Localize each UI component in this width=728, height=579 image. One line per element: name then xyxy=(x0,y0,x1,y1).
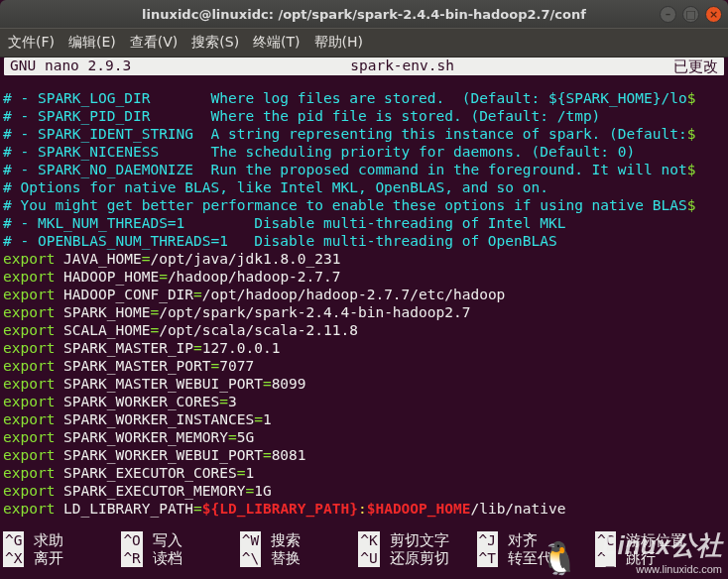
shortcut-item: ^\替换 xyxy=(240,549,358,567)
shortcut-key: ^O xyxy=(121,531,142,549)
shortcut-label: 离开 xyxy=(34,549,63,567)
editor-content[interactable]: # - SPARK_LOG_DIR Where log files are st… xyxy=(0,89,728,518)
maximize-button[interactable]: □ xyxy=(682,6,699,23)
tux-icon: 🐧 xyxy=(540,539,579,577)
shortcut-key: ^K xyxy=(358,531,379,549)
shortcut-label: 对齐 xyxy=(508,531,538,549)
shortcut-key: ^C xyxy=(595,531,616,549)
nano-version: GNU nano 2.9.3 xyxy=(4,58,131,75)
shortcut-key: ^\ xyxy=(240,549,261,567)
shortcut-item: ^K剪切文字 xyxy=(358,531,476,549)
code-line: export JAVA_HOME=/opt/java/jdk1.8.0_231 xyxy=(3,250,725,268)
code-line: export SPARK_MASTER_WEBUI_PORT=8099 xyxy=(3,375,725,393)
code-line: export SPARK_WORKER_INSTANCES=1 xyxy=(3,410,725,428)
code-line: export SPARK_WORKER_WEBUI_PORT=8081 xyxy=(3,446,725,464)
menu-help[interactable]: 帮助(H) xyxy=(314,34,363,52)
code-line: export SPARK_EXECUTOR_MEMORY=1G xyxy=(3,482,725,500)
window-titlebar: linuxidc@linuxidc: /opt/spark/spark-2.4.… xyxy=(0,0,728,28)
code-line: export SPARK_WORKER_CORES=3 xyxy=(3,393,725,410)
shortcut-label: 求助 xyxy=(34,531,63,549)
window-title: linuxidc@linuxidc: /opt/spark/spark-2.4.… xyxy=(142,7,586,22)
shortcut-label: 搜索 xyxy=(271,531,301,549)
shortcut-key: ^U xyxy=(358,549,379,567)
code-line: export HADOOP_CONF_DIR=/opt/hadoop/hadoo… xyxy=(3,286,725,303)
shortcut-item: ^X离开 xyxy=(3,549,121,567)
code-line: export SPARK_EXECUTOR_CORES=1 xyxy=(3,464,725,482)
nano-header: GNU nano 2.9.3 spark-env.sh 已更改 xyxy=(4,58,724,75)
shortcut-label: 游标位置 xyxy=(626,531,685,549)
shortcut-key: ^R xyxy=(121,549,142,567)
nano-shortcuts: ^G求助^O写入^W搜索^K剪切文字^J对齐^C游标位置^X离开^R读档^\替换… xyxy=(0,527,728,567)
code-line: # You might get better performance to en… xyxy=(3,196,725,214)
code-line: # - SPARK_NICENESS The scheduling priori… xyxy=(3,143,725,161)
shortcut-item: ^G求助 xyxy=(3,531,121,549)
menu-search[interactable]: 搜索(S) xyxy=(191,34,239,52)
shortcut-key: ^X xyxy=(3,549,24,567)
nano-filename: spark-env.sh xyxy=(131,58,673,75)
shortcut-label: 写入 xyxy=(153,531,182,549)
close-button[interactable]: × xyxy=(705,6,722,23)
shortcut-key: ^W xyxy=(240,531,261,549)
code-line: # - SPARK_LOG_DIR Where log files are st… xyxy=(3,89,725,107)
menu-edit[interactable]: 编辑(E) xyxy=(68,34,116,52)
code-line: # Options for native BLAS, like Intel MK… xyxy=(3,178,725,196)
shortcut-key: ^_ xyxy=(595,549,616,567)
menu-view[interactable]: 查看(V) xyxy=(130,34,179,52)
minimize-button[interactable]: – xyxy=(660,6,676,23)
shortcut-label: 替换 xyxy=(271,549,301,567)
shortcut-item: ^C游标位置 xyxy=(595,531,713,549)
shortcut-item: ^W搜索 xyxy=(240,531,358,549)
shortcut-key: ^T xyxy=(477,549,498,567)
code-line: # - MKL_NUM_THREADS=1 Disable multi-thre… xyxy=(3,214,725,232)
shortcut-item: ^_跳行 xyxy=(595,549,713,567)
code-line: export SPARK_HOME=/opt/spark/spark-2.4.4… xyxy=(3,303,725,321)
shortcut-item: ^U还原剪切 xyxy=(358,549,476,567)
code-line: # - OPENBLAS_NUM_THREADS=1 Disable multi… xyxy=(3,232,725,250)
shortcut-label: 读档 xyxy=(153,549,182,567)
code-line: # - SPARK_PID_DIR Where the pid file is … xyxy=(3,107,725,125)
code-line: export SPARK_MASTER_PORT=7077 xyxy=(3,357,725,375)
menu-terminal[interactable]: 终端(T) xyxy=(253,34,300,52)
shortcut-item: ^O写入 xyxy=(121,531,239,549)
code-line: export SCALA_HOME=/opt/scala/scala-2.11.… xyxy=(3,321,725,339)
menu-bar: 文件(F) 编辑(E) 查看(V) 搜索(S) 终端(T) 帮助(H) xyxy=(0,28,728,58)
code-line: export SPARK_WORKER_MEMORY=5G xyxy=(3,428,725,446)
nano-status: 已更改 xyxy=(673,58,724,75)
code-line: # - SPARK_NO_DAEMONIZE Run the proposed … xyxy=(3,161,725,178)
shortcut-label: 跳行 xyxy=(626,549,656,567)
menu-file[interactable]: 文件(F) xyxy=(8,34,55,52)
code-line: export SPARK_MASTER_IP=127.0.0.1 xyxy=(3,339,725,357)
shortcut-key: ^G xyxy=(3,531,24,549)
shortcut-label: 剪切文字 xyxy=(390,531,449,549)
code-line: export LD_LIBRARY_PATH=${LD_LIBRARY_PATH… xyxy=(3,500,725,518)
window-controls: – □ × xyxy=(660,6,722,23)
code-line: export HADOOP_HOME=/hadoop/hadoop-2.7.7 xyxy=(3,268,725,286)
shortcut-key: ^J xyxy=(477,531,498,549)
code-line: # - SPARK_IDENT_STRING A string represen… xyxy=(3,125,725,143)
shortcut-label: 还原剪切 xyxy=(390,549,449,567)
shortcut-item: ^R读档 xyxy=(121,549,239,567)
